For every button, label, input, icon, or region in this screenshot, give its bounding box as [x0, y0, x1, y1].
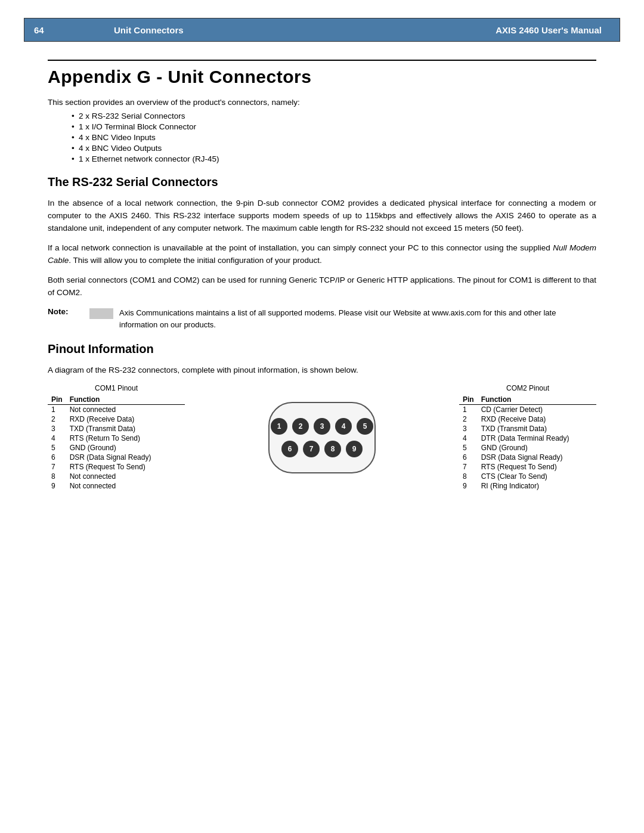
pin-function: DSR (Data Signal Ready)	[478, 453, 596, 462]
pin-function: RI (Ring Indicator)	[478, 481, 596, 491]
pin-number: 8	[459, 472, 478, 481]
pin-circle: 7	[303, 441, 320, 457]
pin-function: RTS (Return To Send)	[66, 433, 185, 443]
rs232-heading: The RS-232 Serial Connectors	[48, 175, 596, 189]
table-row: 5GND (Ground)	[459, 443, 596, 453]
pin-circle: 2	[292, 418, 309, 435]
table-row: 6DSR (Data Signal Ready)	[459, 453, 596, 462]
table-row: 4DTR (Data Terminal Ready)	[459, 433, 596, 443]
pin-number: 3	[48, 424, 66, 433]
pin-function: TXD (Transmit Data)	[66, 424, 185, 433]
list-item: 4 x BNC Video Outputs	[72, 144, 596, 153]
table-row: 1Not connected	[48, 405, 185, 415]
note-block: Note: Axis Communications maintains a li…	[48, 307, 596, 330]
pin-function: RXD (Receive Data)	[478, 414, 596, 424]
pin-circle: 5	[357, 418, 373, 435]
table-row: 3TXD (Transmit Data)	[459, 424, 596, 433]
pin-circle: 1	[271, 418, 287, 435]
pin-number: 4	[48, 433, 66, 443]
connector-outer: 12345 6789	[268, 402, 376, 473]
pinout-intro: A diagram of the RS-232 connectors, comp…	[48, 364, 596, 377]
com1-title: COM1 Pinout	[48, 384, 185, 395]
table-row: 8Not connected	[48, 472, 185, 481]
pin-function: RXD (Receive Data)	[66, 414, 185, 424]
pin-function: CTS (Clear To Send)	[478, 472, 596, 481]
list-item: 1 x Ethernet network connector (RJ-45)	[72, 154, 596, 163]
rs232-paragraph3: Both serial connectors (COM1 and COM2) c…	[48, 274, 596, 299]
pin-number: 6	[48, 453, 66, 462]
header-page-number: 64	[24, 18, 96, 41]
header-right-section: AXIS 2460 User's Manual	[441, 18, 620, 41]
pin-number: 1	[459, 405, 478, 415]
pinout-diagram-area: COM1 Pinout Pin Function 1Not connected2…	[48, 384, 596, 491]
com1-header-function: Function	[66, 395, 185, 405]
pin-number: 9	[459, 481, 478, 491]
list-item: 1 x I/O Terminal Block Connector	[72, 122, 596, 131]
pin-circle: 6	[281, 441, 298, 457]
pin-function: Not connected	[66, 405, 185, 415]
rs232-paragraph2: If a local network connection is unavail…	[48, 242, 596, 267]
pin-function: CD (Carrier Detect)	[478, 405, 596, 415]
pin-circle: 4	[335, 418, 352, 435]
table-row: 1CD (Carrier Detect)	[459, 405, 596, 415]
pin-circle: 3	[314, 418, 330, 435]
intro-paragraph: This section provides an overview of the…	[48, 98, 596, 107]
pin-number: 7	[48, 462, 66, 472]
com2-table: COM2 Pinout Pin Function 1CD (Carrier De…	[459, 384, 596, 491]
pin-number: 9	[48, 481, 66, 491]
rs232-paragraph1: In the absence of a local network connec…	[48, 197, 596, 235]
table-row: 2RXD (Receive Data)	[459, 414, 596, 424]
table-row: 3TXD (Transmit Data)	[48, 424, 185, 433]
pin-function: GND (Ground)	[66, 443, 185, 453]
list-item: 4 x BNC Video Inputs	[72, 133, 596, 142]
top-divider	[48, 60, 596, 61]
pin-number: 5	[48, 443, 66, 453]
pin-number: 3	[459, 424, 478, 433]
pin-row-bottom: 6789	[281, 441, 363, 457]
pin-row-top: 12345	[271, 418, 373, 435]
pin-function: Not connected	[66, 472, 185, 481]
table-row: 5GND (Ground)	[48, 443, 185, 453]
com1-table: COM1 Pinout Pin Function 1Not connected2…	[48, 384, 185, 491]
connector-diagram: 12345 6789	[185, 384, 459, 473]
pin-circle: 8	[324, 441, 341, 457]
note-label: Note:	[48, 307, 83, 316]
table-row: 4RTS (Return To Send)	[48, 433, 185, 443]
list-item: 2 x RS-232 Serial Connectors	[72, 112, 596, 120]
pin-function: GND (Ground)	[478, 443, 596, 453]
com2-header-pin: Pin	[459, 395, 478, 405]
note-box-decoration	[89, 308, 113, 319]
header-left-section: Unit Connectors	[96, 18, 441, 41]
main-content: Appendix G - Unit Connectors This sectio…	[0, 42, 644, 515]
header-bar: 64 Unit Connectors AXIS 2460 User's Manu…	[24, 18, 620, 42]
pin-function: DSR (Data Signal Ready)	[66, 453, 185, 462]
table-row: 8CTS (Clear To Send)	[459, 472, 596, 481]
table-row: 2RXD (Receive Data)	[48, 414, 185, 424]
pin-number: 2	[459, 414, 478, 424]
pinout-section: Pinout Information A diagram of the RS-2…	[48, 342, 596, 491]
pin-number: 4	[459, 433, 478, 443]
pin-function: DTR (Data Terminal Ready)	[478, 433, 596, 443]
pin-number: 5	[459, 443, 478, 453]
pin-function: RTS (Request To Send)	[478, 462, 596, 472]
table-row: 7RTS (Request To Send)	[459, 462, 596, 472]
pin-number: 6	[459, 453, 478, 462]
table-row: 7RTS (Request To Send)	[48, 462, 185, 472]
com2-header-function: Function	[478, 395, 596, 405]
feature-list: 2 x RS-232 Serial Connectors 1 x I/O Ter…	[72, 112, 596, 163]
pin-number: 7	[459, 462, 478, 472]
page-title: Appendix G - Unit Connectors	[48, 67, 596, 87]
pin-number: 1	[48, 405, 66, 415]
table-row: 6DSR (Data Signal Ready)	[48, 453, 185, 462]
pin-number: 2	[48, 414, 66, 424]
pin-function: RTS (Request To Send)	[66, 462, 185, 472]
table-row: 9Not connected	[48, 481, 185, 491]
pinout-heading: Pinout Information	[48, 342, 596, 356]
table-row: 9RI (Ring Indicator)	[459, 481, 596, 491]
note-text: Axis Communications maintains a list of …	[119, 307, 596, 330]
pin-function: Not connected	[66, 481, 185, 491]
pin-function: TXD (Transmit Data)	[478, 424, 596, 433]
pin-circle: 9	[346, 441, 363, 457]
pin-number: 8	[48, 472, 66, 481]
com2-title: COM2 Pinout	[459, 384, 596, 395]
